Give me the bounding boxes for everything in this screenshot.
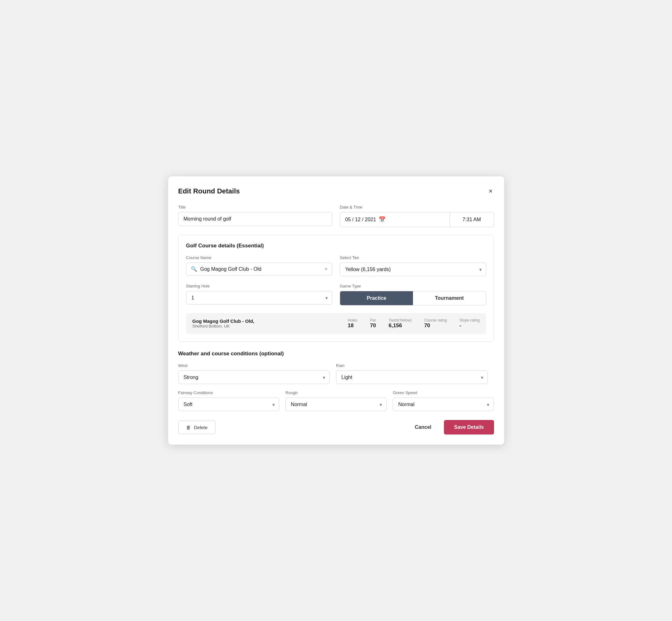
wind-dropdown[interactable]: Calm Light Moderate Strong Very Strong xyxy=(178,370,330,384)
wind-wrap: Calm Light Moderate Strong Very Strong ▾ xyxy=(178,370,330,384)
fairway-wrap: Soft Normal Firm Hard ▾ xyxy=(178,398,279,411)
cancel-button[interactable]: Cancel xyxy=(409,421,437,434)
starting-hole-wrap: 1 10 ▾ xyxy=(186,291,333,304)
green-speed-dropdown[interactable]: Slow Normal Fast Very Fast xyxy=(393,398,494,411)
slope-rating-label: Slope rating xyxy=(459,318,479,323)
course-tee-row: Course Name 🔍 × Select Tee Yellow (6,156… xyxy=(186,255,486,276)
fairway-group: Fairway Conditions Soft Normal Firm Hard… xyxy=(178,390,279,411)
delete-button[interactable]: 🗑 Delete xyxy=(178,421,215,434)
stat-holes: Holes 18 xyxy=(348,318,358,329)
course-search-wrap[interactable]: 🔍 × xyxy=(186,262,333,276)
course-name-input[interactable] xyxy=(200,266,322,272)
edit-round-modal: Edit Round Details × Title Date & Time 0… xyxy=(168,176,504,445)
starting-hole-dropdown[interactable]: 1 10 xyxy=(186,291,333,304)
course-rating-label: Course rating xyxy=(424,318,447,323)
rough-label: Rough xyxy=(286,390,386,395)
green-speed-group: Green Speed Slow Normal Fast Very Fast ▾ xyxy=(393,390,494,411)
hole-gametype-row: Starting Hole 1 10 ▾ Game Type Practice … xyxy=(186,284,486,305)
fairway-dropdown[interactable]: Soft Normal Firm Hard xyxy=(178,398,279,411)
holes-label: Holes xyxy=(348,318,358,323)
select-tee-wrap: Yellow (6,156 yards) White Red Blue ▾ xyxy=(340,262,486,276)
tournament-button[interactable]: Tournament xyxy=(413,291,486,305)
calendar-icon: 📅 xyxy=(379,216,385,223)
course-info-stats: Holes 18 Par 70 Yards(Yellow) 6,156 Cour… xyxy=(348,318,479,329)
title-label: Title xyxy=(178,205,333,210)
modal-title: Edit Round Details xyxy=(178,187,240,195)
golf-course-section: Golf Course details (Essential) Course N… xyxy=(178,235,494,342)
game-type-toggle: Practice Tournament xyxy=(340,291,486,305)
rain-wrap: None Light Moderate Heavy ▾ xyxy=(336,370,488,384)
date-value: 05 / 12 / 2021 xyxy=(345,217,376,222)
search-icon: 🔍 xyxy=(191,266,197,272)
golf-course-title: Golf Course details (Essential) xyxy=(186,243,486,249)
wind-label: Wind xyxy=(178,363,330,368)
par-label: Par xyxy=(370,318,376,323)
select-tee-dropdown[interactable]: Yellow (6,156 yards) White Red Blue xyxy=(340,262,486,276)
game-type-label: Game Type xyxy=(340,284,486,288)
rain-dropdown[interactable]: None Light Moderate Heavy xyxy=(336,370,488,384)
modal-header: Edit Round Details × xyxy=(178,187,494,196)
holes-value: 18 xyxy=(348,323,354,329)
wind-rain-row: Wind Calm Light Moderate Strong Very Str… xyxy=(178,363,494,384)
yards-value: 6,156 xyxy=(389,323,402,329)
footer-right: Cancel Save Details xyxy=(409,420,494,434)
trash-icon: 🗑 xyxy=(186,425,191,430)
green-speed-label: Green Speed xyxy=(393,390,494,395)
time-value: 7:31 AM xyxy=(463,217,481,222)
date-time-row: 05 / 12 / 2021 📅 7:31 AM xyxy=(340,212,494,227)
delete-label: Delete xyxy=(194,425,208,430)
title-datetime-row: Title Date & Time 05 / 12 / 2021 📅 7:31 … xyxy=(178,205,494,227)
green-speed-wrap: Slow Normal Fast Very Fast ▾ xyxy=(393,398,494,411)
yards-label: Yards(Yellow) xyxy=(389,318,412,323)
select-tee-label: Select Tee xyxy=(340,255,486,260)
course-name-group: Course Name 🔍 × xyxy=(186,255,333,276)
course-info-name-location: Gog Magog Golf Club - Old, Shelford Bott… xyxy=(193,318,255,329)
fairway-label: Fairway Conditions xyxy=(178,390,279,395)
close-button[interactable]: × xyxy=(488,187,494,196)
datetime-group: Date & Time 05 / 12 / 2021 📅 7:31 AM xyxy=(340,205,494,227)
time-input-wrap[interactable]: 7:31 AM xyxy=(450,212,494,227)
rough-wrap: Short Normal Long Very Long ▾ xyxy=(286,398,386,411)
weather-section-title: Weather and course conditions (optional) xyxy=(178,350,494,357)
weather-section: Weather and course conditions (optional)… xyxy=(178,350,494,411)
title-group: Title xyxy=(178,205,333,227)
select-tee-group: Select Tee Yellow (6,156 yards) White Re… xyxy=(340,255,486,276)
date-input-wrap[interactable]: 05 / 12 / 2021 📅 xyxy=(340,212,450,227)
title-input[interactable] xyxy=(178,212,333,226)
starting-hole-label: Starting Hole xyxy=(186,284,333,288)
course-info-name: Gog Magog Golf Club - Old, xyxy=(193,318,255,324)
game-type-group: Game Type Practice Tournament xyxy=(340,284,486,305)
fairway-rough-green-row: Fairway Conditions Soft Normal Firm Hard… xyxy=(178,390,494,411)
stat-course-rating: Course rating 70 xyxy=(424,318,447,329)
datetime-label: Date & Time xyxy=(340,205,494,210)
course-info-location: Shelford Bottom, UK xyxy=(193,324,255,329)
rain-group: Rain None Light Moderate Heavy ▾ xyxy=(336,363,488,384)
course-info-bar: Gog Magog Golf Club - Old, Shelford Bott… xyxy=(186,313,486,334)
course-rating-value: 70 xyxy=(424,323,430,329)
starting-hole-group: Starting Hole 1 10 ▾ xyxy=(186,284,333,305)
stat-slope-rating: Slope rating - xyxy=(459,318,479,329)
rain-label: Rain xyxy=(336,363,488,368)
stat-yards: Yards(Yellow) 6,156 xyxy=(389,318,412,329)
stat-par: Par 70 xyxy=(370,318,376,329)
save-button[interactable]: Save Details xyxy=(444,420,494,434)
rough-dropdown[interactable]: Short Normal Long Very Long xyxy=(286,398,386,411)
practice-button[interactable]: Practice xyxy=(340,291,413,305)
par-value: 70 xyxy=(370,323,376,329)
wind-group: Wind Calm Light Moderate Strong Very Str… xyxy=(178,363,330,384)
clear-course-icon[interactable]: × xyxy=(325,266,328,272)
course-name-label: Course Name xyxy=(186,255,333,260)
rough-group: Rough Short Normal Long Very Long ▾ xyxy=(286,390,386,411)
slope-rating-value: - xyxy=(459,323,461,329)
footer-row: 🗑 Delete Cancel Save Details xyxy=(178,417,494,434)
